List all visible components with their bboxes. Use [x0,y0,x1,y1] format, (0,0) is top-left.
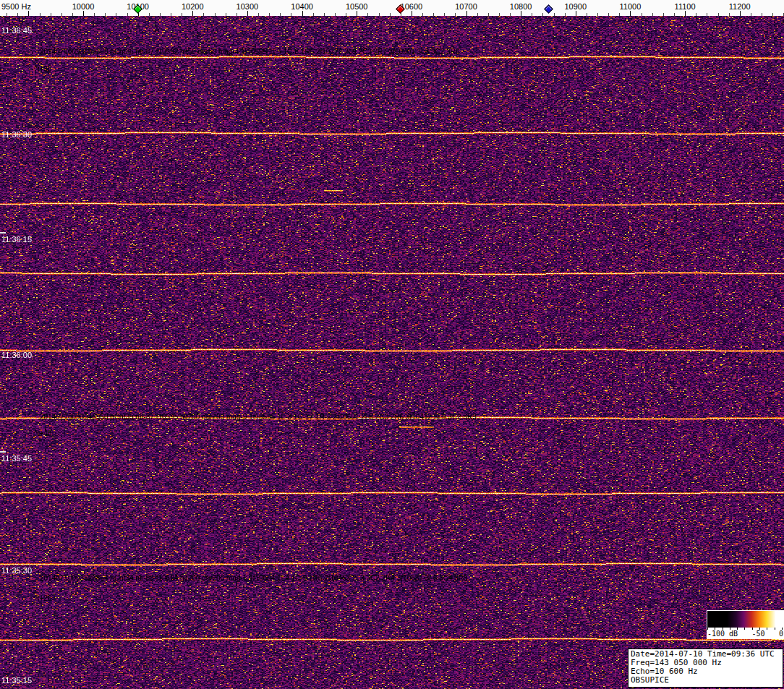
ruler-minor-tick [444,13,445,16]
ruler-minor-tick [663,13,664,16]
ruler-minor-tick [215,13,216,16]
ruler-major-tick [357,11,357,16]
waterfall-spectrogram [0,16,784,689]
ruler-minor-tick [718,13,719,16]
ruler-minor-tick [116,13,116,16]
ruler-major-tick [412,11,412,16]
colorbar-max-label: 0 [779,630,783,638]
ruler-minor-tick [367,13,368,16]
ruler-minor-tick [401,13,401,16]
ruler-minor-tick [532,13,532,16]
ruler-minor-tick [171,13,171,16]
ruler-minor-tick [772,13,773,16]
ruler-minor-tick [642,13,642,16]
ruler-minor-tick [477,13,478,16]
ruler-minor-tick [203,13,204,16]
ruler-minor-tick [608,13,609,16]
ruler-minor-tick [499,13,500,16]
ruler-minor-tick [149,13,150,16]
ruler-minor-tick [182,13,182,16]
ruler-major-tick [192,11,193,16]
ruler-freq-label: 10400 [291,2,313,11]
ruler-minor-tick [72,13,73,16]
ruler-minor-tick [17,13,18,16]
ruler-major-tick [302,11,303,16]
ruler-minor-tick [51,13,51,16]
ruler-major-tick [83,11,84,16]
ruler-minor-tick [542,13,543,16]
ruler-minor-tick [762,13,762,16]
ruler-minor-tick [94,13,95,16]
colorbar-labels: -100 dB -50 0 [707,630,783,638]
ruler-minor-tick [335,13,336,16]
colorbar-min-label: -100 dB [707,630,738,638]
station-info-box: Date=2014-07-10 Time=09:36 UTC Freq=143 … [628,649,783,688]
frequency-marker-blue-icon[interactable] [544,4,553,14]
ruler-minor-tick [313,13,314,16]
ruler-freq-label: 10000 [72,2,95,11]
ruler-freq-label: 11000 [620,2,642,11]
ruler-minor-tick [258,13,259,16]
ruler-unit-label: 9500 Hz [1,2,31,11]
ruler-minor-tick [237,13,237,16]
colorbar-mid-label: -50 [752,630,765,638]
ruler-minor-tick [587,13,587,16]
ruler-minor-tick [696,13,696,16]
ruler-minor-tick [707,13,707,16]
info-station-line: OBSUPICE [631,676,780,685]
ruler-minor-tick [291,13,291,16]
ruler-freq-label: 10700 [455,2,477,11]
ruler-minor-tick [390,13,391,16]
colorbar-gradient [707,611,783,628]
ruler-minor-tick [554,13,555,16]
ruler-minor-tick [455,13,456,16]
ruler-minor-tick [597,13,598,16]
ruler-minor-tick [127,13,128,16]
ruler-minor-tick [674,13,675,16]
ruler-freq-label: 10200 [182,2,204,11]
frequency-ruler: 9500 Hz 10000101001020010300104001050010… [0,0,784,16]
ruler-freq-label: 10500 [346,2,368,11]
ruler-minor-tick [433,13,434,16]
ruler-minor-tick [619,13,620,16]
ruler-minor-tick [61,13,62,16]
ruler-minor-tick [280,13,281,16]
ruler-major-tick [685,11,686,16]
ruler-major-tick [630,11,631,16]
ruler-minor-tick [160,13,161,16]
ruler-minor-tick [324,13,325,16]
intensity-colorbar: -100 dB -50 0 [707,610,784,639]
ruler-freq-label: 11200 [729,2,751,11]
ruler-minor-tick [422,13,423,16]
ruler-minor-tick [40,13,41,16]
ruler-minor-tick [488,13,489,16]
ruler-minor-tick [346,13,346,16]
ruler-minor-tick [751,13,751,16]
ruler-major-tick [521,11,521,16]
ruler-freq-label: 11100 [675,2,696,11]
ruler-major-tick [466,11,467,16]
ruler-major-tick [247,11,248,16]
ruler-minor-tick [565,13,566,16]
ruler-minor-tick [105,13,106,16]
ruler-major-tick [740,11,741,16]
ruler-minor-tick [510,13,511,16]
ruler-minor-tick [729,13,730,16]
ruler-major-tick [28,11,29,16]
ruler-major-tick [576,11,576,16]
ruler-minor-tick [226,13,226,16]
ruler-minor-tick [269,13,270,16]
ruler-freq-label: 10800 [510,2,532,11]
ruler-minor-tick [7,13,7,16]
meteor-spectrogram-screen: 9500 Hz 10000101001020010300104001050010… [0,0,784,689]
ruler-freq-label: 10900 [565,2,587,11]
ruler-minor-tick [652,13,653,16]
ruler-minor-tick [379,13,380,16]
ruler-freq-label: 10300 [237,2,259,11]
